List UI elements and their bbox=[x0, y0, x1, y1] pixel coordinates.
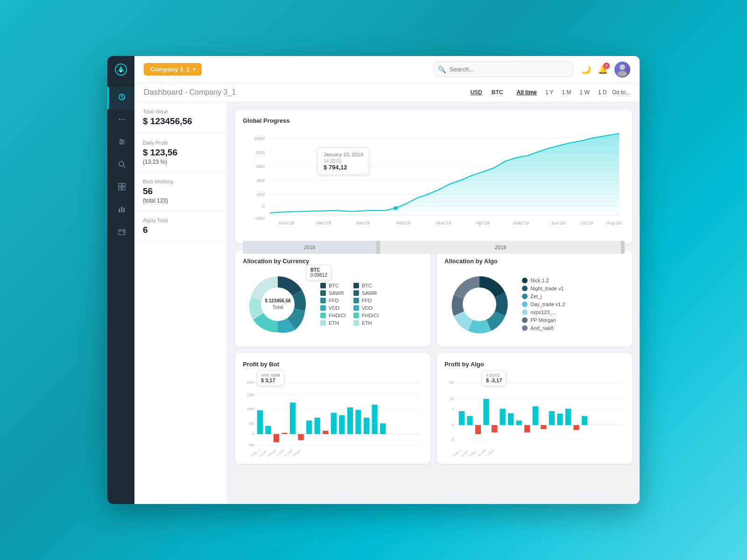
time-filters: USD BTC All time 1 Y 1 M 1 W 1 D Go to..… bbox=[467, 88, 630, 97]
svg-rect-109 bbox=[557, 413, 563, 425]
allocation-currency-card: Allocation by Currency bbox=[235, 250, 430, 347]
profit-algo-tooltip: v 23.01 $ -3,17 bbox=[482, 370, 506, 386]
svg-rect-66 bbox=[265, 426, 271, 434]
daily-profit-sub: (13,23 %) bbox=[143, 159, 219, 165]
profit-row: Profit by Bot And_nak8 $ 3,17 2000 1500 … bbox=[235, 353, 632, 464]
profit-bot-tooltip: And_nak8 $ 3,17 bbox=[257, 370, 284, 386]
sidebar-item-dashboard[interactable] bbox=[107, 87, 134, 109]
svg-rect-101 bbox=[492, 425, 497, 433]
allocation-currency-donut: $ 123456,56 Total BTC 0.09812 bbox=[243, 269, 313, 339]
svg-text:Mar'19: Mar'19 bbox=[436, 221, 451, 225]
logo-area bbox=[107, 56, 134, 83]
magnify-icon bbox=[118, 160, 126, 171]
notifications-bell[interactable]: 🔔 2 bbox=[598, 64, 608, 75]
svg-text:200: 200 bbox=[256, 192, 265, 197]
sidebar-item-menu[interactable] bbox=[107, 109, 134, 132]
allocation-currency-donut-area: $ 123456,56 Total BTC 0.09812 bbox=[243, 269, 423, 339]
sidebar-item-filters[interactable] bbox=[107, 132, 134, 154]
total-value-value: $ 123456,56 bbox=[143, 116, 219, 126]
allocation-algo-donut bbox=[444, 269, 514, 339]
app-shell: Company 3_1 ▾ 🔍 🌙 🔔 2 Dashboard bbox=[107, 56, 640, 504]
range-2018-label: 2018 bbox=[243, 241, 376, 254]
svg-point-40 bbox=[394, 206, 398, 210]
svg-text:500: 500 bbox=[249, 422, 254, 425]
wallet-icon bbox=[118, 227, 126, 238]
profit-bot-card: Profit by Bot And_nak8 $ 3,17 2000 1500 … bbox=[235, 353, 430, 464]
content-area: Total Value $ 123456,56 Daily Profit $ 1… bbox=[134, 102, 640, 504]
legend-dot bbox=[353, 283, 359, 288]
time-all[interactable]: All time bbox=[513, 88, 540, 97]
svg-point-11 bbox=[122, 141, 124, 143]
svg-text:10: 10 bbox=[450, 397, 454, 400]
bots-working-value: 56 bbox=[143, 186, 219, 196]
user-avatar[interactable] bbox=[614, 62, 630, 77]
legend-night-trade: Night_trade v1 bbox=[522, 286, 565, 291]
currency-legend: BTC BTC SAWR bbox=[320, 283, 379, 326]
legend-day-trade: Day_trade v1.2 bbox=[522, 301, 565, 307]
currency-usd[interactable]: USD bbox=[467, 88, 485, 97]
sidebar-item-search[interactable] bbox=[107, 154, 134, 176]
legend-dot bbox=[522, 309, 528, 315]
time-1y[interactable]: 1 Y bbox=[542, 88, 557, 97]
svg-rect-76 bbox=[347, 407, 353, 434]
time-1d[interactable]: 1 D bbox=[595, 88, 610, 97]
notification-badge: 2 bbox=[603, 63, 610, 69]
legend-ffd-1: FFD bbox=[320, 298, 346, 303]
global-progress-card: Global Progress bbox=[235, 110, 632, 244]
page-header: Dashboard - Company 3_1 USD BTC All time… bbox=[134, 83, 640, 102]
svg-point-10 bbox=[120, 139, 122, 141]
legend-zet-j: Zet_j bbox=[522, 294, 565, 299]
legend-dot bbox=[353, 298, 359, 303]
search-icon: 🔍 bbox=[438, 66, 446, 73]
sidebar-nav bbox=[107, 83, 134, 504]
sidebar-item-wallet[interactable] bbox=[107, 221, 134, 244]
legend-eth-2: ETH bbox=[353, 320, 379, 326]
legend-sawr-1: SAWR bbox=[320, 290, 346, 296]
svg-text:1500: 1500 bbox=[247, 393, 254, 397]
time-1w[interactable]: 1 W bbox=[577, 88, 593, 97]
metrics-panel: Total Value $ 123456,56 Daily Profit $ 1… bbox=[134, 102, 228, 504]
svg-point-23 bbox=[123, 231, 124, 233]
svg-point-6 bbox=[123, 119, 125, 120]
search-box: 🔍 bbox=[433, 62, 573, 77]
currency-btc[interactable]: BTC bbox=[489, 88, 506, 97]
legend-dot bbox=[522, 325, 528, 331]
sidebar-item-chart[interactable] bbox=[107, 199, 134, 221]
svg-text:Aug'19: Aug'19 bbox=[606, 221, 621, 225]
global-progress-chart: 1000 800 600 400 200 0 -200 bbox=[243, 129, 625, 236]
bar-chart-icon bbox=[118, 205, 126, 216]
allocation-algo-title: Allocation by Algo bbox=[444, 258, 625, 265]
svg-rect-69 bbox=[290, 403, 296, 434]
legend-nick: Nick 1.2 bbox=[522, 278, 565, 283]
goto-button[interactable]: Go to... bbox=[612, 89, 630, 96]
time-range-inner: 2018 2019 bbox=[243, 241, 625, 254]
svg-rect-73 bbox=[323, 431, 328, 434]
svg-rect-65 bbox=[257, 410, 263, 434]
legend-dot bbox=[320, 298, 326, 303]
time-range-bar[interactable]: 2018 2019 bbox=[243, 241, 625, 254]
legend-dot bbox=[522, 278, 528, 283]
svg-rect-79 bbox=[372, 405, 377, 434]
algos-total-card: Algos Total 6 bbox=[134, 211, 227, 242]
chevron-down-icon: ▾ bbox=[193, 67, 195, 72]
main-content: Company 3_1 ▾ 🔍 🌙 🔔 2 Dashboard bbox=[134, 56, 640, 504]
range-end-handle[interactable] bbox=[621, 241, 625, 254]
daily-profit-card: Daily Profit $ 123,56 (13,23 %) bbox=[134, 133, 227, 172]
time-1m[interactable]: 1 M bbox=[559, 88, 575, 97]
legend-fhdci-1: FHD/CI bbox=[320, 313, 346, 318]
topnav-actions: 🌙 🔔 2 bbox=[581, 62, 630, 77]
legend-dot bbox=[320, 305, 326, 311]
search-input[interactable] bbox=[433, 62, 573, 77]
legend-dot bbox=[522, 317, 528, 323]
dots-icon bbox=[118, 115, 126, 126]
legend-dot bbox=[522, 286, 528, 291]
sidebar-item-table[interactable] bbox=[107, 176, 134, 199]
svg-text:Jun'19: Jun'19 bbox=[551, 221, 565, 225]
company-subtitle: - Company 3_1 bbox=[185, 88, 236, 96]
range-handle[interactable] bbox=[376, 241, 380, 254]
company-selector[interactable]: Company 3_1 ▾ bbox=[144, 63, 202, 76]
theme-toggle-icon[interactable]: 🌙 bbox=[581, 64, 591, 75]
allocation-algo-card: Allocation by Algo bbox=[437, 250, 632, 347]
legend-eth-1: ETH bbox=[320, 320, 346, 326]
svg-point-2 bbox=[120, 70, 122, 72]
